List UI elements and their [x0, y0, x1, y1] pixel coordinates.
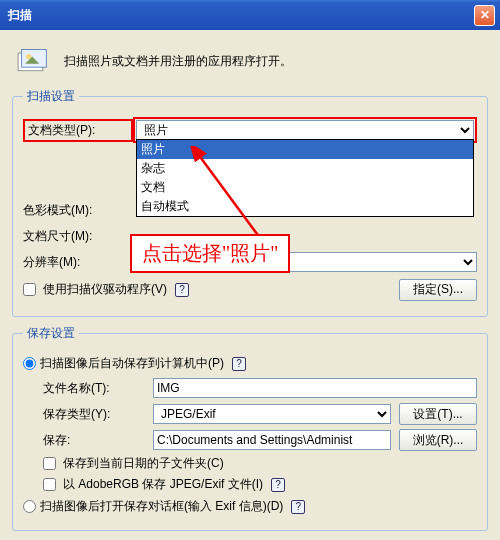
- open-dialog-label: 扫描图像后打开保存对话框(输入 Exif 信息)(D): [40, 498, 283, 515]
- specify-button[interactable]: 指定(S)...: [399, 279, 477, 301]
- filename-label: 文件名称(T):: [43, 380, 153, 397]
- doc-type-option-document[interactable]: 文档: [137, 178, 473, 197]
- color-mode-label: 色彩模式(M):: [23, 202, 133, 219]
- scan-settings-legend: 扫描设置: [23, 88, 79, 105]
- help-icon[interactable]: ?: [232, 357, 246, 371]
- doc-type-select[interactable]: 照片: [136, 120, 474, 140]
- annotation-text: 点击选择"照片": [130, 234, 290, 273]
- adobe-rgb-checkbox[interactable]: [43, 478, 56, 491]
- help-icon[interactable]: ?: [271, 478, 285, 492]
- use-driver-checkbox[interactable]: [23, 283, 36, 296]
- svg-rect-1: [22, 50, 47, 68]
- doc-type-dropdown[interactable]: 照片 杂志 文档 自动模式: [136, 139, 474, 217]
- adobe-rgb-label: 以 AdobeRGB 保存 JPEG/Exif 文件(I): [63, 476, 263, 493]
- help-icon[interactable]: ?: [175, 283, 189, 297]
- doc-type-option-magazine[interactable]: 杂志: [137, 159, 473, 178]
- auto-save-label: 扫描图像后自动保存到计算机中(P): [40, 355, 224, 372]
- window-title: 扫描: [8, 7, 474, 24]
- help-icon[interactable]: ?: [291, 500, 305, 514]
- save-type-select[interactable]: JPEG/Exif: [153, 404, 391, 424]
- close-button[interactable]: ✕: [474, 5, 495, 26]
- save-settings-legend: 保存设置: [23, 325, 79, 342]
- save-to-input[interactable]: [153, 430, 391, 450]
- resolution-label: 分辨率(M):: [23, 254, 133, 271]
- save-to-label: 保存:: [43, 432, 153, 449]
- scan-settings-group: 扫描设置 文档类型(P): 照片 照片 杂志 文档 自动模式 色彩模式(M):: [12, 88, 488, 317]
- scan-icon: [16, 46, 52, 76]
- date-folder-checkbox[interactable]: [43, 457, 56, 470]
- save-settings-group: 保存设置 扫描图像后自动保存到计算机中(P) ? 文件名称(T): 保存类型(Y…: [12, 325, 488, 531]
- set-type-button[interactable]: 设置(T)...: [399, 403, 477, 425]
- open-dialog-radio[interactable]: [23, 500, 36, 513]
- doc-type-label: 文档类型(P):: [23, 119, 133, 142]
- auto-save-radio[interactable]: [23, 357, 36, 370]
- use-driver-label: 使用扫描仪驱动程序(V): [43, 281, 167, 298]
- doc-type-option-auto[interactable]: 自动模式: [137, 197, 473, 216]
- doc-size-label: 文档尺寸(M):: [23, 228, 133, 245]
- date-folder-label: 保存到当前日期的子文件夹(C): [63, 455, 224, 472]
- intro-text: 扫描照片或文档并用注册的应用程序打开。: [64, 53, 292, 70]
- save-type-label: 保存类型(Y):: [43, 406, 153, 423]
- doc-type-option-photo[interactable]: 照片: [137, 140, 473, 159]
- filename-input[interactable]: [153, 378, 477, 398]
- browse-button[interactable]: 浏览(R)...: [399, 429, 477, 451]
